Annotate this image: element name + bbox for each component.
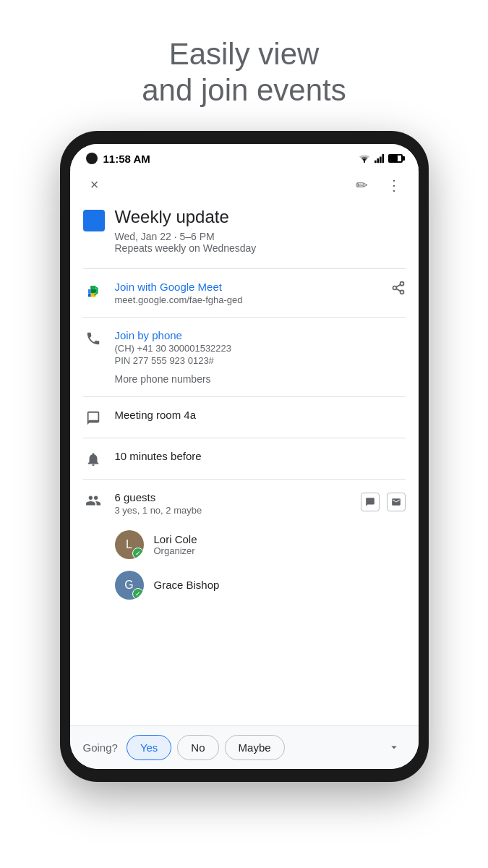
divider-3 [83, 396, 406, 397]
rsvp-buttons: Yes No Maybe [127, 735, 374, 760]
svg-rect-4 [382, 154, 384, 163]
phone-number: (CH) +41 30 300001532223 [115, 343, 406, 354]
event-date: Wed, Jan 22 · 5–6 PM [115, 231, 406, 242]
svg-rect-2 [377, 158, 379, 163]
promo-section: Easily view and join events [0, 0, 488, 131]
top-bar: × ✏ ⋮ [70, 169, 419, 201]
status-icons [358, 153, 403, 163]
promo-title: Easily view and join events [43, 36, 445, 109]
guest-info-lori: Lori Cole Organizer [154, 533, 197, 556]
top-bar-right: ✏ ⋮ [351, 176, 406, 194]
edit-button[interactable]: ✏ [351, 176, 374, 194]
guests-row: 6 guests 3 yes, 1 no, 2 maybe [70, 482, 419, 524]
gmeet-logo [85, 282, 102, 299]
reminder-label: 10 minutes before [115, 450, 406, 462]
guest-name-grace: Grace Bishop [154, 579, 220, 591]
wifi-icon [358, 153, 371, 163]
guest-info-grace: Grace Bishop [154, 579, 220, 591]
svg-line-9 [396, 284, 401, 286]
room-row: Meeting room 4a [70, 400, 419, 435]
phone-wrapper: 11:58 AM [53, 131, 436, 868]
going-label: Going? [83, 741, 118, 754]
no-button[interactable]: No [177, 735, 218, 760]
guest-item-grace: G ✓ Grace Bishop [70, 565, 419, 605]
rsvp-check-lori: ✓ [132, 548, 144, 559]
yes-button[interactable]: Yes [127, 735, 171, 760]
divider-4 [83, 438, 406, 438]
phone-info: Join by phone (CH) +41 30 300001532223 P… [115, 329, 406, 385]
phone-row: Join by phone (CH) +41 30 300001532223 P… [70, 320, 419, 393]
room-label: Meeting room 4a [115, 409, 406, 421]
guests-icon [83, 491, 103, 509]
maybe-button[interactable]: Maybe [225, 735, 285, 760]
phone-icon [83, 329, 103, 346]
message-guests-button[interactable] [361, 493, 380, 511]
more-button[interactable]: ⋮ [382, 176, 406, 194]
battery-icon [388, 154, 403, 163]
rsvp-dropdown-button[interactable] [382, 736, 406, 759]
more-phone-link[interactable]: More phone numbers [115, 373, 406, 385]
status-left: 11:58 AM [86, 153, 150, 165]
guest-name-lori: Lori Cole [154, 533, 197, 545]
avatar-lori: L ✓ [115, 530, 144, 559]
svg-rect-3 [380, 157, 382, 163]
close-button[interactable]: × [83, 176, 106, 193]
room-info: Meeting room 4a [115, 409, 406, 421]
divider-1 [83, 268, 406, 269]
phone-frame: 11:58 AM [60, 131, 429, 782]
phone-join-link[interactable]: Join by phone [115, 329, 406, 341]
avatar-grace: G ✓ [115, 571, 144, 600]
share-button[interactable] [391, 281, 406, 299]
guest-item-lori: L ✓ Lori Cole Organizer [70, 524, 419, 565]
phone-pin: PIN 277 555 923 0123# [115, 355, 406, 366]
svg-line-8 [396, 289, 401, 291]
status-bar: 11:58 AM [70, 144, 419, 169]
rsvp-check-grace: ✓ [132, 588, 144, 600]
app-content: × ✏ ⋮ Weekly update Wed, Jan 22 · 5–6 PM… [70, 169, 419, 726]
signal-icon [374, 153, 385, 163]
guest-role-lori: Organizer [154, 545, 197, 556]
svg-rect-1 [374, 161, 377, 163]
gmeet-icon [83, 281, 103, 299]
camera-dot [86, 153, 98, 164]
guests-rsvp: 3 yes, 1 no, 2 maybe [115, 505, 349, 516]
event-color-block [83, 210, 105, 231]
room-icon [83, 409, 103, 426]
divider-2 [83, 317, 406, 318]
google-meet-row: Join with Google Meet meet.google.com/fa… [70, 272, 419, 314]
reminder-info: 10 minutes before [115, 450, 406, 462]
divider-5 [83, 479, 406, 480]
event-title: Weekly update [115, 207, 406, 228]
guests-actions [361, 491, 406, 511]
email-guests-button[interactable] [387, 493, 406, 511]
reminder-row: 10 minutes before [70, 441, 419, 476]
meet-link-url: meet.google.com/fae-fgha-ged [115, 294, 380, 305]
guests-info: 6 guests 3 yes, 1 no, 2 maybe [115, 491, 349, 516]
reminder-icon [83, 450, 103, 467]
bottom-bar: Going? Yes No Maybe [70, 726, 419, 769]
meet-join-link[interactable]: Join with Google Meet [115, 281, 380, 293]
meet-info: Join with Google Meet meet.google.com/fa… [115, 281, 380, 305]
guests-count: 6 guests [115, 491, 349, 503]
status-time: 11:58 AM [103, 153, 150, 165]
svg-point-0 [363, 161, 364, 163]
event-repeat: Repeats weekly on Wednesday [115, 242, 406, 254]
meet-share-action [391, 281, 406, 299]
phone-screen: 11:58 AM [70, 144, 419, 769]
event-info: Weekly update Wed, Jan 22 · 5–6 PM Repea… [115, 207, 406, 254]
event-header: Weekly update Wed, Jan 22 · 5–6 PM Repea… [70, 201, 419, 265]
